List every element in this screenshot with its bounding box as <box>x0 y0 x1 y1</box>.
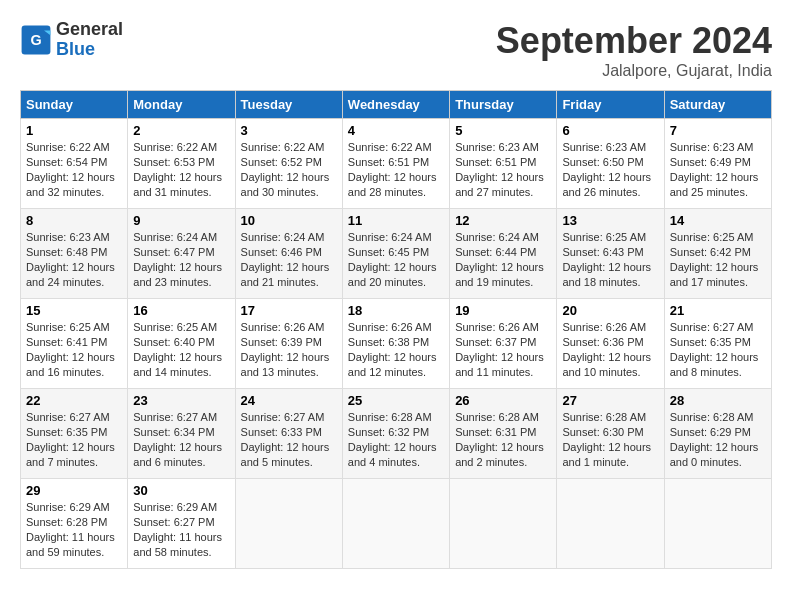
table-cell: 21Sunrise: 6:27 AMSunset: 6:35 PMDayligh… <box>664 299 771 389</box>
day-info: Sunrise: 6:24 AMSunset: 6:45 PMDaylight:… <box>348 231 437 288</box>
day-number: 19 <box>455 303 551 318</box>
table-cell: 18Sunrise: 6:26 AMSunset: 6:38 PMDayligh… <box>342 299 449 389</box>
table-cell: 2Sunrise: 6:22 AMSunset: 6:53 PMDaylight… <box>128 119 235 209</box>
day-number: 6 <box>562 123 658 138</box>
day-number: 14 <box>670 213 766 228</box>
day-number: 9 <box>133 213 229 228</box>
day-info: Sunrise: 6:23 AMSunset: 6:51 PMDaylight:… <box>455 141 544 198</box>
day-number: 26 <box>455 393 551 408</box>
day-info: Sunrise: 6:28 AMSunset: 6:31 PMDaylight:… <box>455 411 544 468</box>
day-number: 24 <box>241 393 337 408</box>
table-cell: 22Sunrise: 6:27 AMSunset: 6:35 PMDayligh… <box>21 389 128 479</box>
day-number: 30 <box>133 483 229 498</box>
svg-text:G: G <box>30 32 41 48</box>
day-number: 15 <box>26 303 122 318</box>
table-cell: 28Sunrise: 6:28 AMSunset: 6:29 PMDayligh… <box>664 389 771 479</box>
table-cell: 15Sunrise: 6:25 AMSunset: 6:41 PMDayligh… <box>21 299 128 389</box>
table-cell: 7Sunrise: 6:23 AMSunset: 6:49 PMDaylight… <box>664 119 771 209</box>
day-number: 16 <box>133 303 229 318</box>
calendar-row: 22Sunrise: 6:27 AMSunset: 6:35 PMDayligh… <box>21 389 772 479</box>
day-number: 5 <box>455 123 551 138</box>
day-number: 17 <box>241 303 337 318</box>
day-info: Sunrise: 6:29 AMSunset: 6:27 PMDaylight:… <box>133 501 222 558</box>
table-cell: 11Sunrise: 6:24 AMSunset: 6:45 PMDayligh… <box>342 209 449 299</box>
day-info: Sunrise: 6:25 AMSunset: 6:41 PMDaylight:… <box>26 321 115 378</box>
day-number: 18 <box>348 303 444 318</box>
day-info: Sunrise: 6:28 AMSunset: 6:30 PMDaylight:… <box>562 411 651 468</box>
table-cell: 13Sunrise: 6:25 AMSunset: 6:43 PMDayligh… <box>557 209 664 299</box>
table-cell: 9Sunrise: 6:24 AMSunset: 6:47 PMDaylight… <box>128 209 235 299</box>
day-info: Sunrise: 6:24 AMSunset: 6:44 PMDaylight:… <box>455 231 544 288</box>
table-cell: 4Sunrise: 6:22 AMSunset: 6:51 PMDaylight… <box>342 119 449 209</box>
table-cell: 24Sunrise: 6:27 AMSunset: 6:33 PMDayligh… <box>235 389 342 479</box>
table-cell: 16Sunrise: 6:25 AMSunset: 6:40 PMDayligh… <box>128 299 235 389</box>
table-cell: 12Sunrise: 6:24 AMSunset: 6:44 PMDayligh… <box>450 209 557 299</box>
day-number: 23 <box>133 393 229 408</box>
day-number: 29 <box>26 483 122 498</box>
day-number: 20 <box>562 303 658 318</box>
day-info: Sunrise: 6:23 AMSunset: 6:48 PMDaylight:… <box>26 231 115 288</box>
table-cell <box>557 479 664 569</box>
table-cell <box>664 479 771 569</box>
table-cell: 17Sunrise: 6:26 AMSunset: 6:39 PMDayligh… <box>235 299 342 389</box>
day-number: 10 <box>241 213 337 228</box>
month-title: September 2024 <box>496 20 772 62</box>
table-cell: 14Sunrise: 6:25 AMSunset: 6:42 PMDayligh… <box>664 209 771 299</box>
calendar-row: 29Sunrise: 6:29 AMSunset: 6:28 PMDayligh… <box>21 479 772 569</box>
table-cell <box>342 479 449 569</box>
day-info: Sunrise: 6:25 AMSunset: 6:42 PMDaylight:… <box>670 231 759 288</box>
day-number: 7 <box>670 123 766 138</box>
col-wednesday: Wednesday <box>342 91 449 119</box>
day-info: Sunrise: 6:26 AMSunset: 6:36 PMDaylight:… <box>562 321 651 378</box>
day-info: Sunrise: 6:26 AMSunset: 6:37 PMDaylight:… <box>455 321 544 378</box>
day-number: 13 <box>562 213 658 228</box>
day-info: Sunrise: 6:28 AMSunset: 6:32 PMDaylight:… <box>348 411 437 468</box>
day-info: Sunrise: 6:22 AMSunset: 6:52 PMDaylight:… <box>241 141 330 198</box>
col-saturday: Saturday <box>664 91 771 119</box>
header-row: Sunday Monday Tuesday Wednesday Thursday… <box>21 91 772 119</box>
day-info: Sunrise: 6:27 AMSunset: 6:34 PMDaylight:… <box>133 411 222 468</box>
day-number: 27 <box>562 393 658 408</box>
table-cell: 19Sunrise: 6:26 AMSunset: 6:37 PMDayligh… <box>450 299 557 389</box>
day-number: 1 <box>26 123 122 138</box>
table-cell: 1Sunrise: 6:22 AMSunset: 6:54 PMDaylight… <box>21 119 128 209</box>
day-number: 25 <box>348 393 444 408</box>
logo-text: General Blue <box>56 20 123 60</box>
table-cell: 3Sunrise: 6:22 AMSunset: 6:52 PMDaylight… <box>235 119 342 209</box>
table-cell: 10Sunrise: 6:24 AMSunset: 6:46 PMDayligh… <box>235 209 342 299</box>
table-cell: 29Sunrise: 6:29 AMSunset: 6:28 PMDayligh… <box>21 479 128 569</box>
table-cell <box>450 479 557 569</box>
day-info: Sunrise: 6:27 AMSunset: 6:35 PMDaylight:… <box>670 321 759 378</box>
col-friday: Friday <box>557 91 664 119</box>
day-info: Sunrise: 6:29 AMSunset: 6:28 PMDaylight:… <box>26 501 115 558</box>
logo: G General Blue <box>20 20 123 60</box>
table-cell: 25Sunrise: 6:28 AMSunset: 6:32 PMDayligh… <box>342 389 449 479</box>
col-tuesday: Tuesday <box>235 91 342 119</box>
day-info: Sunrise: 6:26 AMSunset: 6:38 PMDaylight:… <box>348 321 437 378</box>
day-info: Sunrise: 6:23 AMSunset: 6:49 PMDaylight:… <box>670 141 759 198</box>
day-number: 8 <box>26 213 122 228</box>
day-number: 11 <box>348 213 444 228</box>
col-monday: Monday <box>128 91 235 119</box>
calendar-row: 8Sunrise: 6:23 AMSunset: 6:48 PMDaylight… <box>21 209 772 299</box>
day-info: Sunrise: 6:24 AMSunset: 6:46 PMDaylight:… <box>241 231 330 288</box>
day-info: Sunrise: 6:25 AMSunset: 6:40 PMDaylight:… <box>133 321 222 378</box>
day-info: Sunrise: 6:26 AMSunset: 6:39 PMDaylight:… <box>241 321 330 378</box>
table-cell: 20Sunrise: 6:26 AMSunset: 6:36 PMDayligh… <box>557 299 664 389</box>
table-cell: 30Sunrise: 6:29 AMSunset: 6:27 PMDayligh… <box>128 479 235 569</box>
day-number: 21 <box>670 303 766 318</box>
col-thursday: Thursday <box>450 91 557 119</box>
table-cell <box>235 479 342 569</box>
col-sunday: Sunday <box>21 91 128 119</box>
day-info: Sunrise: 6:22 AMSunset: 6:54 PMDaylight:… <box>26 141 115 198</box>
day-info: Sunrise: 6:27 AMSunset: 6:33 PMDaylight:… <box>241 411 330 468</box>
day-number: 3 <box>241 123 337 138</box>
title-block: September 2024 Jalalpore, Gujarat, India <box>496 20 772 80</box>
day-info: Sunrise: 6:25 AMSunset: 6:43 PMDaylight:… <box>562 231 651 288</box>
day-info: Sunrise: 6:23 AMSunset: 6:50 PMDaylight:… <box>562 141 651 198</box>
calendar-table: Sunday Monday Tuesday Wednesday Thursday… <box>20 90 772 569</box>
page-header: G General Blue September 2024 Jalalpore,… <box>20 20 772 80</box>
table-cell: 6Sunrise: 6:23 AMSunset: 6:50 PMDaylight… <box>557 119 664 209</box>
day-info: Sunrise: 6:22 AMSunset: 6:53 PMDaylight:… <box>133 141 222 198</box>
logo-icon: G <box>20 24 52 56</box>
